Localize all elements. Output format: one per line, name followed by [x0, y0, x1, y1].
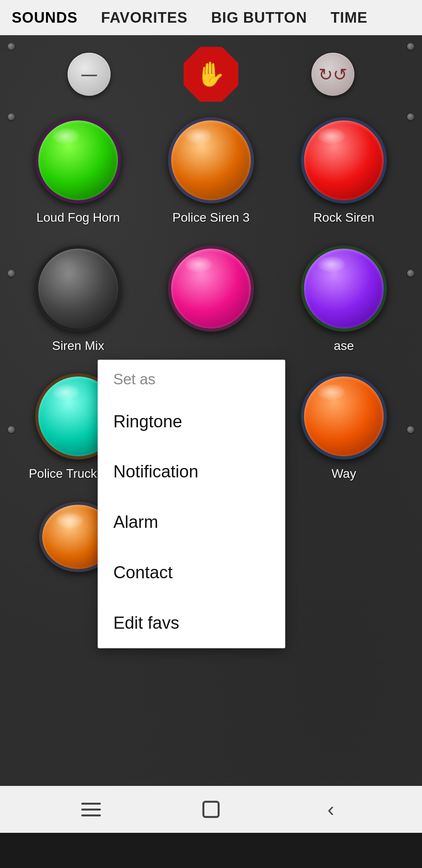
nav-favorites[interactable]: FAVORITES	[101, 9, 188, 26]
nav-sounds[interactable]: SOUNDS	[12, 9, 78, 26]
nav-time[interactable]: TIME	[331, 9, 368, 26]
context-menu-contact[interactable]: Contact	[98, 547, 285, 598]
main-content: ✋ ↻↺ Loud Fog Horn Police Siren 3	[0, 35, 422, 833]
context-overlay: Set as Ringtone Notification Alarm Conta…	[0, 35, 422, 833]
context-menu: Set as Ringtone Notification Alarm Conta…	[98, 360, 285, 648]
app-container: SOUNDS FAVORITES BIG BUTTON TIME ✋	[0, 0, 422, 833]
nav-bigbutton[interactable]: BIG BUTTON	[211, 9, 307, 26]
top-nav: SOUNDS FAVORITES BIG BUTTON TIME	[0, 0, 422, 35]
context-menu-alarm[interactable]: Alarm	[98, 497, 285, 547]
context-menu-title: Set as	[98, 360, 285, 396]
context-menu-edit-favs[interactable]: Edit favs	[98, 598, 285, 648]
context-menu-notification[interactable]: Notification	[98, 447, 285, 497]
context-menu-ringtone[interactable]: Ringtone	[98, 396, 285, 447]
